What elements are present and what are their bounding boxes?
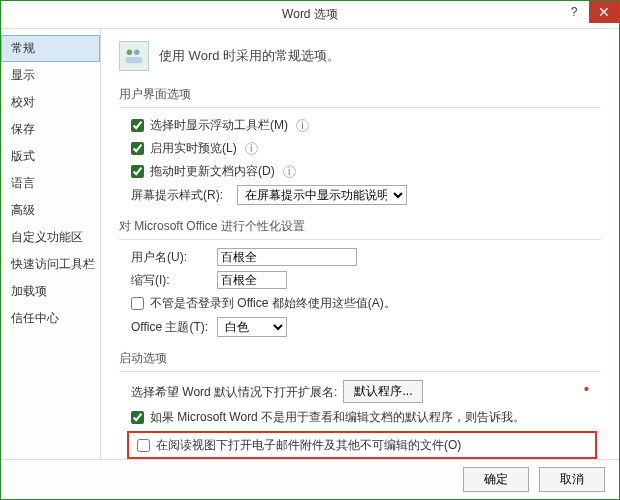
sidebar-item-save[interactable]: 保存 xyxy=(1,116,100,143)
screentip-label: 屏幕提示样式(R): xyxy=(131,186,231,204)
checkbox-open-email[interactable] xyxy=(137,439,150,452)
svg-point-0 xyxy=(127,50,133,56)
checkbox-always-use[interactable] xyxy=(131,297,144,310)
row-initials: 缩写(I): xyxy=(131,271,601,289)
theme-select[interactable]: 白色 xyxy=(217,317,287,337)
window-title: Word 选项 xyxy=(282,6,338,23)
section-ui-title: 用户界面选项 xyxy=(119,81,601,108)
panel-header: 使用 Word 时采用的常规选项。 xyxy=(119,41,601,71)
initials-label: 缩写(I): xyxy=(131,271,211,289)
general-icon xyxy=(119,41,149,71)
label-always-use: 不管是否登录到 Office 都始终使用这些值(A)。 xyxy=(150,294,396,312)
checkbox-tell-me[interactable] xyxy=(131,411,144,424)
label-update-content: 拖动时更新文档内容(D) xyxy=(150,162,275,180)
default-programs-button[interactable]: 默认程序... xyxy=(343,380,423,403)
section-startup-title: 启动选项 xyxy=(119,345,601,372)
theme-label: Office 主题(T): xyxy=(131,318,211,336)
row-screentip: 屏幕提示样式(R): 在屏幕提示中显示功能说明 xyxy=(131,185,601,205)
default-programs-label: 选择希望 Word 默认情况下打开扩展名: xyxy=(131,383,337,401)
screentip-select[interactable]: 在屏幕提示中显示功能说明 xyxy=(237,185,407,205)
section-office-title: 对 Microsoft Office 进行个性化设置 xyxy=(119,213,601,240)
dialog-footer: 确定 取消 xyxy=(1,459,619,499)
help-icon[interactable]: i xyxy=(296,119,309,132)
svg-point-1 xyxy=(134,50,140,56)
sidebar-item-trust-center[interactable]: 信任中心 xyxy=(1,305,100,332)
row-default-programs: 选择希望 Word 默认情况下打开扩展名: 默认程序... xyxy=(131,380,601,403)
sidebar-item-proofing[interactable]: 校对 xyxy=(1,89,100,116)
row-theme: Office 主题(T): 白色 xyxy=(131,317,601,337)
checkbox-update-content[interactable] xyxy=(131,165,144,178)
initials-input[interactable] xyxy=(217,271,287,289)
row-mini-toolbar: 选择时显示浮动工具栏(M) i xyxy=(131,116,601,134)
sidebar-item-layout[interactable]: 版式 xyxy=(1,143,100,170)
close-button[interactable]: ✕ xyxy=(589,1,619,23)
main-panel: 使用 Word 时采用的常规选项。 用户界面选项 选择时显示浮动工具栏(M) i… xyxy=(101,29,619,459)
sidebar-item-general[interactable]: 常规 xyxy=(1,35,100,62)
dialog-body: 常规显示校对保存版式语言高级自定义功能区快速访问工具栏加载项信任中心 使用 Wo… xyxy=(1,29,619,459)
row-username: 用户名(U): xyxy=(131,248,601,266)
sidebar-item-advanced[interactable]: 高级 xyxy=(1,197,100,224)
options-dialog: Word 选项 ? ✕ 常规显示校对保存版式语言高级自定义功能区快速访问工具栏加… xyxy=(0,0,620,500)
sidebar-item-addins[interactable]: 加载项 xyxy=(1,278,100,305)
label-tell-me: 如果 Microsoft Word 不是用于查看和编辑文档的默认程序，则告诉我。 xyxy=(150,408,525,426)
row-tell-me: 如果 Microsoft Word 不是用于查看和编辑文档的默认程序，则告诉我。 xyxy=(131,408,601,426)
row-open-email: 在阅读视图下打开电子邮件附件及其他不可编辑的文件(O) xyxy=(137,436,591,454)
username-input[interactable] xyxy=(217,248,357,266)
annotation-highlight: 在阅读视图下打开电子邮件附件及其他不可编辑的文件(O) xyxy=(127,431,597,459)
username-label: 用户名(U): xyxy=(131,248,211,266)
titlebar-buttons: ? ✕ xyxy=(559,1,619,23)
cancel-button[interactable]: 取消 xyxy=(539,467,605,492)
checkbox-mini-toolbar[interactable] xyxy=(131,119,144,132)
sidebar-item-display[interactable]: 显示 xyxy=(1,62,100,89)
row-live-preview: 启用实时预览(L) i xyxy=(131,139,601,157)
ok-button[interactable]: 确定 xyxy=(463,467,529,492)
label-open-email: 在阅读视图下打开电子邮件附件及其他不可编辑的文件(O) xyxy=(156,436,461,454)
panel-header-text: 使用 Word 时采用的常规选项。 xyxy=(159,46,340,66)
row-update-content: 拖动时更新文档内容(D) i xyxy=(131,162,601,180)
sidebar-item-language[interactable]: 语言 xyxy=(1,170,100,197)
checkbox-live-preview[interactable] xyxy=(131,142,144,155)
label-mini-toolbar: 选择时显示浮动工具栏(M) xyxy=(150,116,288,134)
label-live-preview: 启用实时预览(L) xyxy=(150,139,237,157)
row-always-use: 不管是否登录到 Office 都始终使用这些值(A)。 xyxy=(131,294,601,312)
sidebar-item-quick-access[interactable]: 快速访问工具栏 xyxy=(1,251,100,278)
svg-rect-2 xyxy=(126,57,143,63)
titlebar: Word 选项 ? ✕ xyxy=(1,1,619,29)
help-icon[interactable]: i xyxy=(283,165,296,178)
help-icon[interactable]: i xyxy=(245,142,258,155)
category-sidebar: 常规显示校对保存版式语言高级自定义功能区快速访问工具栏加载项信任中心 xyxy=(1,29,101,459)
annotation-dot: • xyxy=(584,379,589,400)
help-button[interactable]: ? xyxy=(559,1,589,23)
sidebar-item-customize-ribbon[interactable]: 自定义功能区 xyxy=(1,224,100,251)
